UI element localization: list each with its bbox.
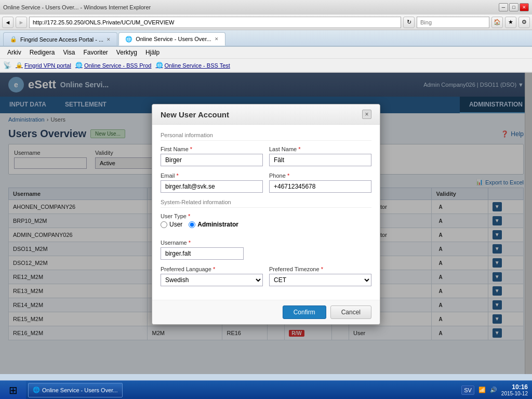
dialog-title: New User Account — [161, 110, 229, 119]
bookmark-bss-prod[interactable]: 🌐 Online Service - BSS Prod — [75, 62, 152, 69]
rss-icon: 📡 — [3, 61, 11, 69]
preferences-row: Preferred Language * Swedish Preferred T… — [161, 266, 371, 286]
bookmark-bss-test[interactable]: 🌐 Online Service - BSS Test — [156, 62, 230, 69]
radio-admin-label[interactable]: Administrator — [189, 221, 238, 228]
bookmark-icon-prod: 🌐 — [75, 62, 83, 69]
last-name-group: Last Name * — [269, 146, 371, 166]
forward-button[interactable]: ► — [16, 17, 27, 28]
email-input[interactable] — [161, 180, 263, 193]
title-bar: Online Service - Users Over... - Windows… — [0, 0, 532, 15]
pref-lang-required: * — [213, 266, 215, 272]
menu-hjälp[interactable]: Hjälp — [141, 48, 164, 57]
radio-user-input[interactable] — [161, 221, 167, 228]
user-type-required: * — [188, 213, 190, 219]
first-name-group: First Name * — [161, 146, 263, 166]
tab-icon-users: 🌐 — [125, 36, 132, 43]
username-group: Username * — [161, 240, 371, 260]
pref-lang-group: Preferred Language * Swedish — [161, 266, 263, 286]
new-user-dialog: New User Account × Personal information … — [152, 104, 380, 325]
tab-label-users: Online Service - Users Over... — [136, 36, 211, 42]
nav-bar: ◄ ► ↻ 🏠 ★ ⚙ — [0, 15, 532, 30]
pref-tz-label: Preferred Timezone * — [269, 266, 371, 272]
bookmarks-bar: 📡 🔒 Fingrid VPN portal 🌐 Online Service … — [0, 59, 532, 72]
tab-icon-fingrid: 🔒 — [10, 36, 17, 43]
last-name-required: * — [298, 146, 300, 152]
maximize-button[interactable]: □ — [509, 3, 518, 11]
dialog-body: Personal information First Name * Last N… — [152, 125, 380, 300]
favorites-button[interactable]: ★ — [505, 17, 516, 28]
tab-fingrid[interactable]: 🔒 Fingrid Secure Access Portal - ... ✕ — [3, 32, 117, 46]
menu-bar: Arkiv Redigera Visa Favoriter Verktyg Hj… — [0, 47, 532, 59]
user-type-form-label: User Type * — [161, 213, 371, 219]
tab-label-fingrid: Fingrid Secure Access Portal - ... — [20, 36, 103, 43]
search-input[interactable] — [417, 17, 489, 28]
page-content: e eSett Online Servi... Admin Company026… — [0, 73, 532, 374]
home-button[interactable]: 🏠 — [491, 17, 503, 28]
username-form-label: Username * — [161, 240, 371, 246]
cancel-button[interactable]: Cancel — [330, 305, 371, 319]
name-row: First Name * Last Name * — [161, 146, 371, 166]
refresh-button[interactable]: ↻ — [403, 17, 415, 28]
bookmark-label-vpn: Fingrid VPN portal — [24, 62, 71, 69]
dialog-footer: Confirm Cancel — [152, 300, 380, 324]
radio-user-label[interactable]: User — [161, 221, 182, 228]
bookmark-icon-vpn: 🔒 — [16, 62, 23, 69]
system-info-section-label: System-Related information — [161, 199, 371, 208]
username-required: * — [189, 240, 191, 246]
tab-close-users[interactable]: ✕ — [215, 36, 219, 42]
address-bar[interactable] — [29, 17, 401, 28]
bookmark-label-prod: Online Service - BSS Prod — [84, 62, 152, 69]
phone-group: Phone * — [269, 172, 371, 193]
contact-row: Email * Phone * — [161, 172, 371, 193]
first-name-label: First Name * — [161, 146, 263, 152]
email-label: Email * — [161, 172, 263, 179]
user-type-group: User Type * User Administrator — [161, 213, 371, 234]
phone-label: Phone * — [269, 172, 371, 179]
menu-favoriter[interactable]: Favoriter — [79, 48, 112, 57]
radio-user-text: User — [169, 221, 182, 228]
confirm-button[interactable]: Confirm — [283, 305, 326, 319]
close-button[interactable]: ✕ — [520, 3, 529, 11]
first-name-input[interactable] — [161, 154, 263, 166]
username-input[interactable] — [161, 247, 244, 260]
email-required: * — [177, 172, 179, 179]
bookmark-fingrid-vpn[interactable]: 🔒 Fingrid VPN portal — [16, 62, 71, 69]
phone-input[interactable] — [269, 180, 371, 193]
radio-admin-text: Administrator — [197, 221, 238, 228]
pref-lang-select[interactable]: Swedish — [161, 274, 263, 286]
back-button[interactable]: ◄ — [2, 17, 14, 28]
pref-tz-required: * — [321, 266, 323, 272]
menu-redigera[interactable]: Redigera — [25, 48, 59, 57]
menu-visa[interactable]: Visa — [59, 48, 79, 57]
dialog-header: New User Account × — [152, 104, 380, 125]
tabs-bar: 🔒 Fingrid Secure Access Portal - ... ✕ 🌐… — [0, 30, 532, 47]
dialog-close-button[interactable]: × — [362, 110, 371, 119]
pref-tz-group: Preferred Timezone * CET — [269, 266, 371, 286]
tab-close-fingrid[interactable]: ✕ — [107, 37, 111, 42]
pref-tz-select[interactable]: CET — [269, 274, 371, 286]
bookmark-label-test: Online Service - BSS Test — [165, 62, 230, 69]
email-group: Email * — [161, 172, 263, 193]
window-title: Online Service - Users Over... - Windows… — [3, 4, 151, 10]
user-type-radio-group: User Administrator — [161, 221, 371, 228]
last-name-input[interactable] — [269, 154, 371, 166]
pref-lang-label: Preferred Language * — [161, 266, 263, 272]
bookmark-icon-test: 🌐 — [156, 62, 163, 69]
phone-required: * — [287, 172, 289, 179]
radio-admin-input[interactable] — [189, 221, 195, 228]
window-controls[interactable]: ─ □ ✕ — [499, 3, 529, 11]
tools-button[interactable]: ⚙ — [518, 17, 530, 28]
last-name-label: Last Name * — [269, 146, 371, 152]
dialog-overlay: New User Account × Personal information … — [0, 73, 532, 374]
menu-arkiv[interactable]: Arkiv — [3, 48, 25, 57]
first-name-required: * — [190, 146, 192, 152]
tab-users[interactable]: 🌐 Online Service - Users Over... ✕ — [118, 32, 225, 46]
menu-verktyg[interactable]: Verktyg — [112, 48, 141, 57]
personal-info-section-label: Personal information — [161, 132, 371, 141]
browser-chrome: Online Service - Users Over... - Windows… — [0, 0, 532, 73]
minimize-button[interactable]: ─ — [499, 3, 508, 11]
